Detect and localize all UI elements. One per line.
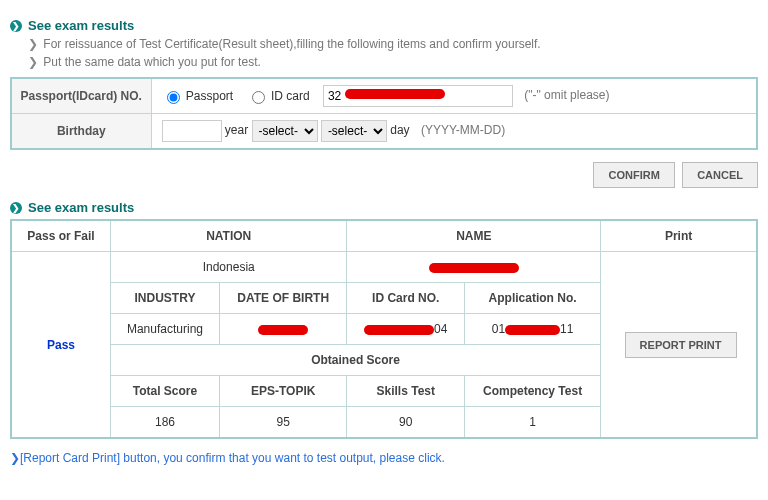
section-title-2: ❯ See exam results [10,200,758,215]
col-passfail: Pass or Fail [11,220,110,252]
skills-h: Skills Test [347,376,465,407]
date-hint: (YYYY-MM-DD) [421,123,505,137]
eps-h: EPS-TOPIK [219,376,346,407]
button-row: CONFIRM CANCEL [10,162,758,188]
day-select[interactable]: -select- [321,120,387,142]
radio-idcard-label: ID card [271,89,310,103]
col-nation: NATION [110,220,347,252]
appno-h: Application No. [465,283,601,314]
total-h: Total Score [110,376,219,407]
dob-h: DATE OF BIRTH [219,283,346,314]
total-v: 186 [110,407,219,439]
idcard-h: ID Card NO. [347,283,465,314]
passport-cell: Passport ID card ("-" omit please) [151,78,757,114]
dob-v [219,314,346,345]
pass-value: Pass [11,252,110,439]
report-print-button[interactable]: REPORT PRINT [625,332,737,358]
cancel-button[interactable]: CANCEL [682,162,758,188]
comp-h: Competency Test [465,376,601,407]
birthday-cell: year -select- -select- day (YYYY-MM-DD) [151,114,757,150]
industry-h: INDUSTRY [110,283,219,314]
id-hint: ("-" omit please) [524,88,609,102]
col-name: NAME [347,220,601,252]
redaction [364,325,434,335]
results-table: Pass or Fail NATION NAME Print Pass Indo… [10,219,758,439]
note-2: ❯ Put the same data which you put for te… [28,55,758,69]
skills-v: 90 [347,407,465,439]
note-1: ❯ For reissuance of Test Certificate(Res… [28,37,758,51]
search-form: Passport(IDcard) NO. Passport ID card ("… [10,77,758,150]
arrow-icon: ❯ [28,37,38,51]
footnote: ❯[Report Card Print] button, you confirm… [10,451,758,465]
redaction [429,263,519,273]
title-text: See exam results [28,18,134,33]
day-text: day [390,123,409,137]
appno-v: 0111 [465,314,601,345]
month-select[interactable]: -select- [252,120,318,142]
section-title-1: ❯ See exam results [10,18,758,33]
col-print: Print [601,220,757,252]
obtained-h: Obtained Score [110,345,600,376]
comp-v: 1 [465,407,601,439]
results-title: See exam results [28,200,134,215]
bullet-icon: ❯ [10,20,22,32]
eps-v: 95 [219,407,346,439]
print-cell: REPORT PRINT [601,252,757,439]
radio-idcard[interactable] [252,91,265,104]
arrow-icon: ❯ [28,55,38,69]
radio-passport-label: Passport [186,89,233,103]
redaction [345,89,445,99]
radio-passport[interactable] [167,91,180,104]
year-input[interactable] [162,120,222,142]
bullet-icon: ❯ [10,202,22,214]
year-text: year [225,123,248,137]
birthday-label: Birthday [11,114,151,150]
idcard-v: 04 [347,314,465,345]
confirm-button[interactable]: CONFIRM [593,162,674,188]
industry-v: Manufacturing [110,314,219,345]
arrow-icon: ❯ [10,451,20,465]
nation-value: Indonesia [110,252,347,283]
name-value [347,252,601,283]
passport-label: Passport(IDcard) NO. [11,78,151,114]
redaction [505,325,560,335]
redaction [258,325,308,335]
